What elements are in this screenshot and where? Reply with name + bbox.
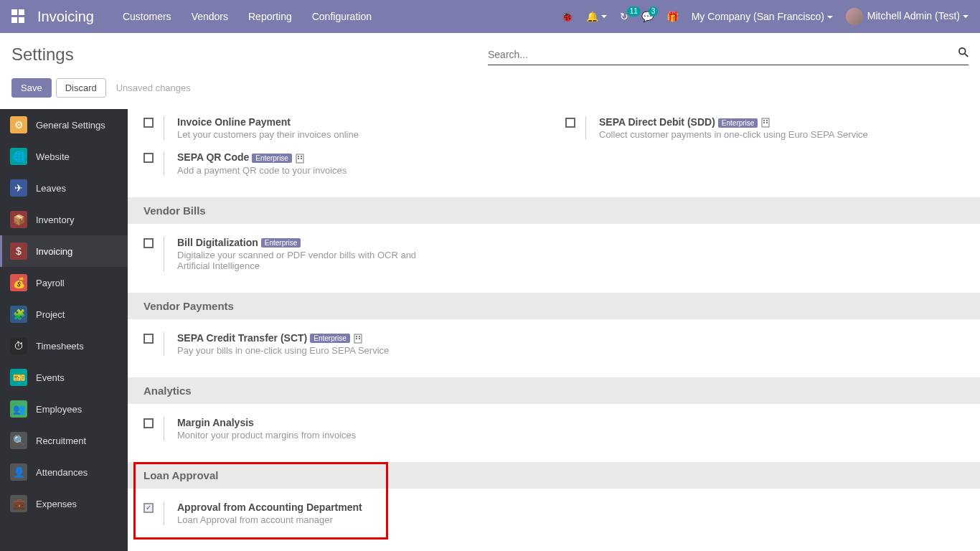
unsaved-label: Unsaved changes <box>116 83 191 93</box>
sidebar-item-label: Payroll <box>36 278 65 288</box>
sidebar-item-employees[interactable]: 👥Employees <box>0 393 128 425</box>
settings-content[interactable]: Invoice Online Payment Let your customer… <box>128 109 980 551</box>
gift-icon[interactable]: 🎁 <box>666 11 679 22</box>
checkbox[interactable] <box>143 118 154 128</box>
sidebar-item-website[interactable]: 🌐Website <box>0 141 128 172</box>
company-switcher[interactable]: My Company (San Francisco) <box>692 11 833 22</box>
svg-rect-2 <box>762 118 769 127</box>
setting-approval-accounting: Approval from Accounting Department Loan… <box>132 496 554 531</box>
user-menu[interactable]: Mitchell Admin (Test) <box>846 8 969 25</box>
main: ⚙General Settings 🌐Website ✈Leaves 📦Inve… <box>0 109 980 551</box>
activity-badge: 11 <box>627 6 641 17</box>
setting-title: Margin Analysis <box>177 417 356 428</box>
setting-desc: Monitor your product margins from invoic… <box>177 430 356 441</box>
setting-sepa-sct: SEPA Credit Transfer (SCT)Enterprise Pay… <box>132 326 554 362</box>
svg-rect-9 <box>301 156 302 157</box>
notifications-icon[interactable]: 🔔 <box>586 11 607 22</box>
gear-icon: ⚙ <box>10 116 27 133</box>
discuss-icon[interactable]: 💬3 <box>641 11 654 22</box>
users-icon: 👥 <box>10 400 27 418</box>
debug-icon[interactable]: 🐞 <box>561 11 573 22</box>
svg-rect-10 <box>298 158 299 159</box>
setting-margin-analysis: Margin Analysis Monitor your product mar… <box>132 411 554 446</box>
sidebar-item-label: Inventory <box>36 215 74 225</box>
search-icon[interactable] <box>958 47 969 60</box>
control-panel: Settings Save Discard Unsaved changes <box>0 33 980 109</box>
setting-title: SEPA Direct Debit (SDD)Enterprise <box>599 116 868 128</box>
save-button[interactable]: Save <box>11 78 52 98</box>
sidebar-item-attendances[interactable]: 👤Attendances <box>0 456 128 488</box>
building-icon <box>353 334 363 344</box>
setting-bill-digitalization: Bill DigitalizationEnterprise Digitalize… <box>132 231 554 277</box>
svg-rect-13 <box>356 336 357 337</box>
nav-vendors[interactable]: Vendors <box>192 11 228 22</box>
enterprise-badge: Enterprise <box>252 154 292 163</box>
brand[interactable]: Invoicing <box>37 9 94 25</box>
svg-rect-5 <box>763 122 765 123</box>
sidebar-item-label: Website <box>36 151 70 162</box>
sidebar-item-inventory[interactable]: 📦Inventory <box>0 204 128 235</box>
sidebar-item-project[interactable]: 🧩Project <box>0 298 128 330</box>
avatar <box>846 8 863 25</box>
sidebar-item-recruitment[interactable]: 🔍Recruitment <box>0 425 128 456</box>
sidebar-item-payroll[interactable]: 💰Payroll <box>0 267 128 298</box>
dollar-icon: $ <box>10 242 27 260</box>
checkbox[interactable] <box>143 153 154 163</box>
svg-rect-3 <box>763 120 765 121</box>
discard-button[interactable]: Discard <box>56 78 106 98</box>
sidebar-item-label: Project <box>36 309 65 320</box>
sidebar-item-label: Attendances <box>36 467 88 478</box>
checkbox[interactable] <box>565 118 575 128</box>
settings-sidebar: ⚙General Settings 🌐Website ✈Leaves 📦Inve… <box>0 109 128 551</box>
search-wrapper <box>488 44 969 65</box>
setting-title: SEPA QR CodeEnterprise <box>177 151 347 163</box>
svg-rect-12 <box>354 334 362 343</box>
setting-desc: Add a payment QR code to your invoices <box>177 165 347 176</box>
setting-title: Approval from Accounting Department <box>177 501 362 513</box>
svg-line-1 <box>965 54 968 57</box>
checkbox[interactable] <box>143 503 154 513</box>
building-icon <box>295 154 305 164</box>
setting-desc: Digitalize your scanned or PDF vendor bi… <box>177 250 450 271</box>
section-head-loan-approval: Loan Approval <box>128 462 980 489</box>
checkbox[interactable] <box>143 334 154 344</box>
search-person-icon: 🔍 <box>10 432 27 449</box>
checkbox[interactable] <box>143 238 154 248</box>
nav-reporting[interactable]: Reporting <box>248 11 292 22</box>
money-icon: 💰 <box>10 274 27 291</box>
enterprise-badge: Enterprise <box>310 334 350 343</box>
person-icon: 👤 <box>10 463 27 481</box>
sidebar-item-invoicing[interactable]: $Invoicing <box>0 235 128 267</box>
section-head-vendor-payments: Vendor Payments <box>128 293 980 319</box>
enterprise-badge: Enterprise <box>261 238 301 248</box>
setting-sepa-sdd: SEPA Direct Debit (SDD)Enterprise Collec… <box>554 110 976 146</box>
navbar: Invoicing Customers Vendors Reporting Co… <box>0 0 980 33</box>
sidebar-item-timesheets[interactable]: ⏱Timesheets <box>0 330 128 362</box>
apps-icon[interactable] <box>11 9 26 24</box>
puzzle-icon: 🧩 <box>10 306 27 323</box>
activity-icon[interactable]: ↻11 <box>620 11 628 22</box>
sidebar-item-general-settings[interactable]: ⚙General Settings <box>0 109 128 141</box>
building-icon <box>760 118 771 128</box>
sidebar-item-expenses[interactable]: 💼Expenses <box>0 488 128 519</box>
sidebar-item-events[interactable]: 🎫Events <box>0 362 128 393</box>
ticket-icon: 🎫 <box>10 369 27 386</box>
nav-configuration[interactable]: Configuration <box>312 11 372 22</box>
svg-point-0 <box>959 48 966 55</box>
svg-rect-11 <box>301 158 302 159</box>
sidebar-item-label: Events <box>36 372 65 383</box>
globe-icon: 🌐 <box>10 148 27 165</box>
nav-customers[interactable]: Customers <box>123 11 171 22</box>
sidebar-item-label: Timesheets <box>36 341 84 352</box>
checkbox[interactable] <box>143 418 154 428</box>
svg-rect-15 <box>356 338 357 339</box>
section-head-vendor-bills: Vendor Bills <box>128 197 980 224</box>
sidebar-item-label: General Settings <box>36 120 105 131</box>
briefcase-icon: 💼 <box>10 495 27 512</box>
svg-rect-16 <box>359 338 360 339</box>
svg-rect-14 <box>359 336 360 337</box>
search-input[interactable] <box>488 44 969 65</box>
svg-rect-8 <box>298 156 299 157</box>
setting-sepa-qr: SEPA QR CodeEnterprise Add a payment QR … <box>132 146 554 181</box>
sidebar-item-leaves[interactable]: ✈Leaves <box>0 172 128 204</box>
